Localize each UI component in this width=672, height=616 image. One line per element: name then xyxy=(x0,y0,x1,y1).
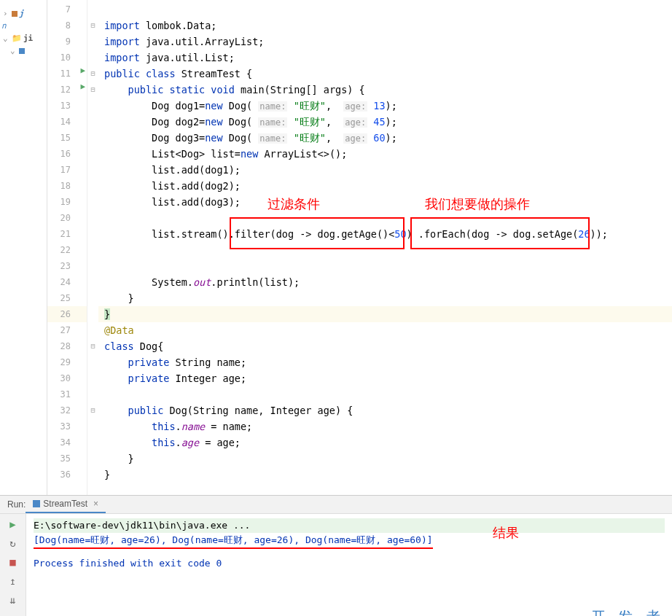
annotation-filter-label: 过滤条件 xyxy=(267,195,320,213)
up-button[interactable]: ↥ xyxy=(9,575,15,587)
annotation-box-foreach xyxy=(410,217,590,249)
tree-item[interactable]: ›j xyxy=(0,7,47,20)
line-number: 9 xyxy=(47,34,87,50)
line-number: 7 xyxy=(47,1,87,17)
run-gutter-icon[interactable]: ▶ xyxy=(80,82,85,91)
run-toolbar: ▶ ↻ ■ ↥ ⇊ ⇥ 🖶 xyxy=(0,514,26,616)
line-number: 27 xyxy=(47,322,87,338)
line-number: 31 xyxy=(47,386,87,402)
line-number: 19 xyxy=(47,194,87,210)
close-icon[interactable]: × xyxy=(93,499,98,509)
line-number: 18 xyxy=(47,178,87,194)
line-number: 23 xyxy=(47,258,87,274)
watermark: 开 发 者 DevZe.CoM xyxy=(588,607,665,616)
line-number: 32 xyxy=(47,402,87,418)
tree-item[interactable]: ⌄📁ji xyxy=(0,32,47,44)
project-tree[interactable]: ›j n ⌄📁ji ⌄ xyxy=(0,0,47,495)
down-button[interactable]: ⇊ xyxy=(9,594,15,606)
editor-area: ›j n ⌄📁ji ⌄ 7 8 9 10 11 12 13 14 15 16 1… xyxy=(0,0,672,496)
annotation-result-label: 结果 xyxy=(493,524,519,542)
wrap-button[interactable]: ⇥ xyxy=(9,613,15,616)
fold-column[interactable]: ⊟ ⊟⊟ ⊟ ⊟ xyxy=(87,0,98,495)
line-number: 28 xyxy=(47,338,87,354)
annotation-box-filter xyxy=(230,217,405,249)
line-number: 15 xyxy=(47,130,87,146)
tree-item[interactable]: n xyxy=(0,20,47,32)
line-number: 21 xyxy=(47,226,87,242)
line-number: 13 xyxy=(47,98,87,114)
line-number: 25 xyxy=(47,290,87,306)
code-editor[interactable]: import lombok.Data; import java.util.Arr… xyxy=(98,0,672,495)
run-tab[interactable]: StreamTest × xyxy=(26,496,106,513)
run-panel-header: Run: StreamTest × xyxy=(0,496,672,514)
line-number: 17 xyxy=(47,162,87,178)
console-cmd: E:\software-dev\jdk11\bin\java.exe ... xyxy=(34,518,665,533)
console-result: [Dog(name=旺财, age=26), Dog(name=旺财, age=… xyxy=(34,533,433,549)
line-number: 14 xyxy=(47,114,87,130)
run-button[interactable]: ▶ xyxy=(9,518,15,530)
tree-item[interactable]: ⌄ xyxy=(0,44,47,57)
line-number: 26 xyxy=(47,306,87,322)
run-gutter-icon[interactable]: ▶ xyxy=(80,66,85,75)
run-label: Run: xyxy=(7,499,26,510)
console-exit: Process finished with exit code 0 xyxy=(34,556,665,571)
line-number: 16 xyxy=(47,146,87,162)
line-number: 33 xyxy=(47,418,87,434)
rerun-button[interactable]: ↻ xyxy=(9,537,15,549)
console-output[interactable]: E:\software-dev\jdk11\bin\java.exe ... [… xyxy=(26,514,672,616)
line-number: 36 xyxy=(47,467,87,483)
line-number: 35 xyxy=(47,451,87,467)
line-number-gutter[interactable]: 7 8 9 10 11 12 13 14 15 16 17 18 19 20 2… xyxy=(47,0,87,495)
line-number: 10 xyxy=(47,50,87,66)
run-config-icon xyxy=(33,500,40,507)
line-number: 22 xyxy=(47,242,87,258)
line-number: 8 xyxy=(47,17,87,34)
stop-button[interactable]: ■ xyxy=(9,556,15,568)
run-tab-name: StreamTest xyxy=(43,499,87,509)
line-number: 24 xyxy=(47,274,87,290)
line-number: 34 xyxy=(47,434,87,451)
line-number: 30 xyxy=(47,370,87,386)
line-number: 29 xyxy=(47,354,87,370)
line-number: 20 xyxy=(47,210,87,226)
run-panel: Run: StreamTest × ▶ ↻ ■ ↥ ⇊ ⇥ 🖶 E:\softw… xyxy=(0,496,672,616)
annotation-foreach-label: 我们想要做的操作 xyxy=(425,195,530,213)
